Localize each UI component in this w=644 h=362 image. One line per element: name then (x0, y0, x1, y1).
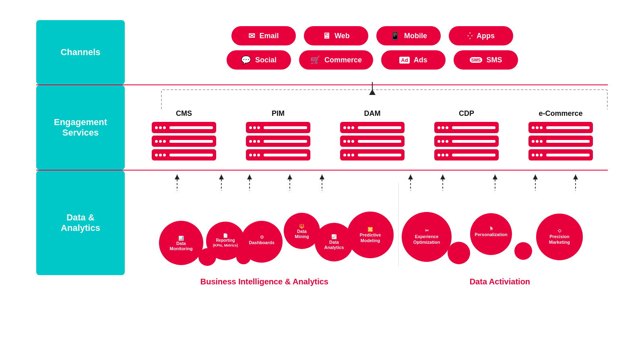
dot (155, 126, 158, 129)
analytics-label: Data &Analytics (36, 171, 125, 275)
channel-apps[interactable]: ⁛ Apps (449, 26, 513, 45)
svg-text:Personalization: Personalization (475, 232, 508, 237)
channels-section: Channels ✉ Email 🖥 Web 📱 Mobile ⁛ Apps (36, 20, 608, 84)
mobile-icon: 📱 (390, 31, 400, 41)
channels-row-1: ✉ Email 🖥 Web 📱 Mobile ⁛ Apps (231, 26, 513, 45)
svg-text:📊: 📊 (178, 235, 184, 241)
svg-text:◇: ◇ (557, 228, 561, 233)
cms-server-3 (152, 149, 216, 160)
svg-text:Data: Data (297, 229, 307, 234)
main-arrow-up (369, 82, 376, 95)
services-row: CMS (137, 109, 608, 160)
engagement-content: CMS (137, 85, 608, 170)
channel-commerce[interactable]: 🛒 Commerce (299, 50, 373, 70)
svg-marker-7 (247, 175, 252, 179)
svg-text:Experience: Experience (415, 234, 439, 239)
commerce-icon: 🛒 (310, 55, 320, 65)
svg-text:⊙: ⊙ (260, 234, 264, 239)
svg-text:Marketing: Marketing (549, 240, 570, 245)
channels-row-2: 💬 Social 🛒 Commerce Ad Ads SMS SMS (227, 50, 518, 70)
svg-marker-19 (440, 175, 445, 179)
svg-text:Analytics: Analytics (324, 245, 344, 250)
svg-marker-13 (320, 175, 324, 179)
svg-text:Monitoring: Monitoring (170, 246, 193, 251)
ads-icon: Ad (399, 57, 409, 64)
sms-icon: SMS (470, 57, 483, 63)
svg-text:🔱: 🔱 (299, 223, 305, 229)
bubble-small-1 (198, 248, 216, 266)
cms-title: CMS (176, 109, 192, 118)
svg-marker-4 (219, 175, 224, 179)
svg-text:(KPIs, Metrics): (KPIs, Metrics) (213, 243, 238, 247)
svg-text:Reporting: Reporting (216, 238, 235, 243)
svg-marker-1 (175, 175, 180, 179)
svg-text:Data: Data (176, 241, 186, 246)
pim-title: PIM (272, 109, 285, 118)
bi-analytics-label: Business Intelligence & Analytics (137, 277, 392, 286)
svg-text:Precision: Precision (549, 234, 570, 239)
server-dots (155, 126, 166, 129)
svg-text:Predictive: Predictive (360, 232, 381, 237)
svg-marker-22 (493, 175, 497, 179)
svg-marker-10 (287, 175, 292, 179)
cdp-title: CDP (459, 109, 474, 118)
service-cdp: CDP (434, 109, 499, 160)
svg-text:Dashboards: Dashboards (249, 240, 275, 245)
service-cms: CMS (152, 109, 216, 160)
web-icon: 🖥 (322, 31, 330, 41)
email-icon: ✉ (248, 31, 255, 41)
svg-marker-28 (573, 175, 578, 179)
service-ecommerce: e-Commerce (528, 109, 593, 160)
svg-text:🔀: 🔀 (367, 226, 373, 232)
cms-server-2 (152, 136, 216, 147)
bubble-small-2 (236, 250, 251, 264)
dot (159, 126, 162, 129)
svg-text:📈: 📈 (331, 234, 337, 239)
ecommerce-title: e-Commerce (539, 109, 582, 118)
channel-web[interactable]: 🖥 Web (304, 26, 368, 45)
analytics-svg: 📊 Data Monitoring 📄 Reporting (KPIs, Met… (137, 175, 636, 271)
data-activation-label: Data Activiation (392, 277, 608, 286)
dashed-connector-area (137, 89, 608, 109)
channel-email[interactable]: ✉ Email (231, 26, 296, 45)
svg-text:Mining: Mining (295, 234, 309, 239)
channel-mobile[interactable]: 📱 Mobile (376, 26, 441, 45)
service-pim: PIM (246, 109, 310, 160)
channels-label: Channels (36, 20, 125, 84)
analytics-content: 📊 Data Monitoring 📄 Reporting (KPIs, Met… (137, 171, 636, 275)
apps-icon: ⁛ (467, 32, 473, 40)
social-icon: 💬 (241, 55, 251, 65)
dam-title: DAM (364, 109, 381, 118)
channel-social[interactable]: 💬 Social (227, 50, 291, 70)
server-bar (169, 126, 213, 129)
svg-marker-16 (408, 175, 413, 179)
dot (163, 126, 166, 129)
engagement-section: EngagementServices CMS (36, 85, 608, 170)
bubble-small-3 (448, 242, 470, 264)
channel-sms[interactable]: SMS SMS (454, 50, 518, 70)
channels-content: ✉ Email 🖥 Web 📱 Mobile ⁛ Apps 💬 (137, 20, 608, 84)
analytics-section: Data &Analytics (36, 171, 608, 275)
channel-ads[interactable]: Ad Ads (381, 50, 446, 70)
svg-text:📄: 📄 (223, 233, 228, 238)
svg-text:🖱: 🖱 (489, 226, 493, 231)
dashed-connector-box (161, 89, 608, 109)
svg-marker-25 (533, 175, 538, 179)
svg-text:✂: ✂ (425, 228, 429, 233)
svg-text:Data: Data (329, 240, 339, 245)
bottom-labels: Business Intelligence & Analytics Data A… (137, 277, 608, 286)
architecture-diagram: Channels ✉ Email 🖥 Web 📱 Mobile ⁛ Apps (20, 12, 624, 350)
engagement-label: EngagementServices (36, 85, 125, 170)
svg-text:Modeling: Modeling (361, 238, 380, 243)
bubble-small-4 (514, 242, 532, 260)
svg-text:Optimization: Optimization (413, 240, 440, 245)
cms-server-1 (152, 122, 216, 133)
service-dam: DAM (340, 109, 405, 160)
